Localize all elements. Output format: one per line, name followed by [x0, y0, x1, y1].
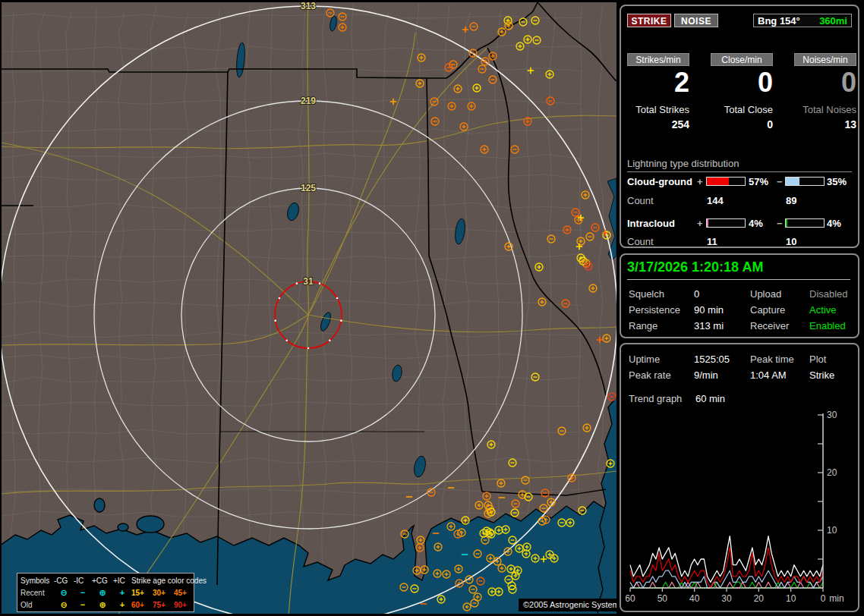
status-box: 3/17/2026 1:20:18 AM Squelch 0 Upload Di…: [620, 253, 859, 338]
legend-header-ic-neg: -IC: [74, 575, 92, 587]
capture-status: Active: [809, 304, 853, 316]
cg-pos-old-icon: ⊕: [92, 599, 113, 611]
legend-old-label: Old: [20, 599, 54, 611]
upload-status: Disabled: [809, 288, 853, 300]
svg-text:0: 0: [821, 593, 826, 604]
range-label: Range: [629, 320, 694, 332]
ic-pos-old-icon: +: [113, 599, 131, 611]
ic-pos-pct: 4%: [749, 218, 763, 229]
cg-neg-recent-icon: ⊖: [54, 587, 74, 599]
trend-graph-label: Trend graph: [629, 393, 682, 404]
total-close-label: Total Close: [708, 104, 773, 115]
persistence-value: 90 min: [694, 304, 750, 316]
close-per-min-chip[interactable]: Close/min: [711, 53, 773, 66]
total-close-value: 0: [708, 118, 773, 130]
cg-pos-pct: 57%: [749, 176, 768, 187]
svg-text:50: 50: [657, 593, 668, 604]
age-60: 60+: [131, 599, 153, 611]
peak-rate-value: 9/min: [694, 369, 750, 381]
svg-text:30: 30: [721, 593, 732, 604]
noise-mode-button[interactable]: NOISE: [674, 14, 718, 27]
count-label: Count: [627, 236, 654, 247]
datetime-display: 3/17/2026 1:20:18 AM: [627, 259, 850, 280]
strikes-per-min-value: 2: [624, 67, 689, 99]
ic-neg-pct: 4%: [827, 218, 841, 229]
minus-sign: −: [777, 218, 783, 229]
svg-text:20: 20: [754, 593, 765, 604]
svg-text:31: 31: [303, 276, 314, 287]
cg-pos-recent-icon: ⊕: [92, 587, 113, 599]
cg-neg-pct: 35%: [827, 176, 847, 187]
cg-pos-bar: [706, 177, 746, 186]
legend-header-cg-neg: -CG: [54, 575, 74, 587]
squelch-label: Squelch: [629, 288, 694, 300]
svg-text:min: min: [829, 593, 844, 604]
ic-neg-old-icon: −: [74, 599, 92, 611]
cg-neg-bar: [785, 177, 825, 186]
total-strikes-label: Total Strikes: [624, 104, 689, 115]
plus-sign: +: [697, 218, 703, 229]
cg-neg-old-icon: ⊖: [54, 599, 74, 611]
cg-pos-count: 144: [707, 195, 724, 206]
age-30: 30+: [153, 587, 174, 599]
trend-graph-value: 60 min: [695, 393, 725, 404]
range-value: 313 mi: [694, 320, 750, 332]
svg-text:20: 20: [827, 467, 837, 478]
intracloud-label: Intracloud: [627, 218, 675, 229]
age-45: 45+: [174, 587, 195, 599]
lightning-map[interactable]: 31321912531 Symbols -CG -IC +CG +IC Stri…: [2, 2, 616, 614]
trend-graph: 1020306050403020100min: [626, 408, 853, 607]
plot-label: Plot: [809, 354, 853, 365]
cloud-ground-row: Cloud-ground + 57% − 35%: [621, 176, 858, 187]
svg-text:40: 40: [689, 593, 700, 604]
legend-header-ic-pos: +IC: [113, 575, 131, 587]
strike-mode-button[interactable]: STRIKE: [627, 14, 671, 27]
legend-recent-label: Recent: [20, 587, 54, 599]
intracloud-row: Intracloud + 4% − 4%: [621, 218, 858, 228]
ic-pos-count: 11: [707, 236, 717, 247]
ic-pos-bar: [706, 218, 746, 228]
bearing-value: Bng 154°: [758, 15, 800, 27]
ic-neg-count: 10: [786, 236, 796, 247]
plot-value: Strike: [809, 369, 853, 381]
receiver-status: Enabled: [809, 320, 853, 332]
total-noises-value: 13: [791, 118, 856, 130]
svg-text:60: 60: [626, 593, 635, 604]
capture-label: Capture: [750, 304, 809, 316]
svg-text:30: 30: [827, 410, 837, 420]
trend-period-row: Trend graph 60 min: [629, 393, 725, 404]
age-90: 90+: [174, 599, 195, 611]
bearing-readout: Bng 154° 360mi: [753, 14, 852, 27]
uptime-label: Uptime: [629, 354, 694, 365]
distribution-title: Lightning type distribution: [627, 158, 852, 172]
noises-per-min-value: 0: [791, 67, 856, 99]
legend-header-age: Strike age color codes: [131, 575, 195, 587]
strikes-per-min-chip[interactable]: Strikes/min: [627, 53, 689, 66]
plus-sign: +: [697, 176, 703, 187]
peak-time-label: Peak time: [750, 354, 809, 365]
noises-per-min-chip[interactable]: Noises/min: [794, 53, 856, 66]
uptime-value: 1525:05: [694, 354, 750, 365]
svg-text:10: 10: [827, 525, 837, 536]
receiver-label: Receiver: [750, 320, 809, 332]
total-noises-label: Total Noises: [791, 104, 856, 115]
cg-neg-count: 89: [786, 195, 796, 206]
app-window: { "header": { "strike_btn": "STRIKE", "n…: [0, 0, 864, 616]
map-legend: Symbols -CG -IC +CG +IC Strike age color…: [17, 573, 194, 612]
ic-neg-bar: [785, 218, 825, 228]
status-grid: Squelch 0 Upload Disabled Persistence 90…: [629, 288, 853, 332]
svg-text:10: 10: [786, 593, 796, 604]
trend-box: Uptime 1525:05 Peak time Plot Peak rate …: [620, 343, 859, 612]
svg-text:219: 219: [301, 96, 316, 106]
age-75: 75+: [153, 599, 174, 611]
upload-label: Upload: [750, 288, 809, 300]
svg-text:313: 313: [301, 2, 316, 11]
copyright-text: ©2005 Astrogenic Systems: [519, 599, 616, 611]
peak-rate-label: Peak rate: [629, 369, 694, 381]
count-label: Count: [627, 195, 654, 206]
legend-header-cg-pos: +CG: [92, 575, 113, 587]
close-per-min-value: 0: [708, 67, 773, 99]
status-panel: STRIKE NOISE Bng 154° 360mi Strikes/min …: [616, 0, 864, 616]
legend-header-symbols: Symbols: [20, 575, 54, 587]
svg-text:125: 125: [301, 183, 316, 193]
